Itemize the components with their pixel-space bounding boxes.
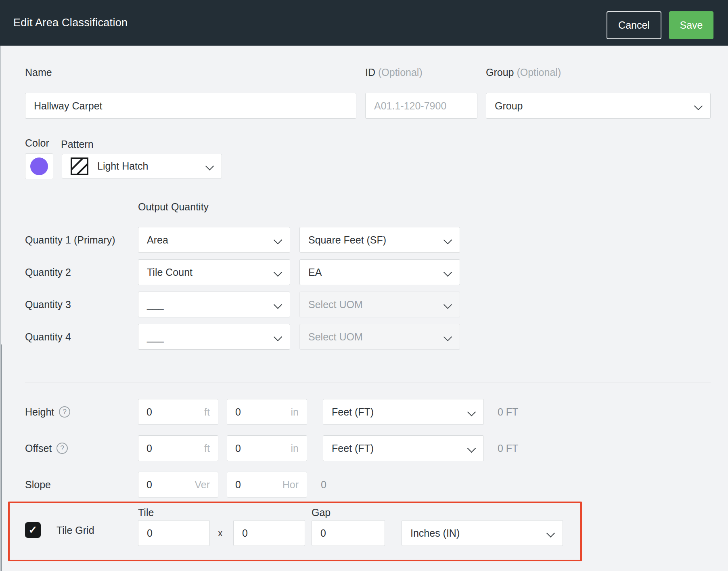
chevron-down-icon (547, 530, 554, 537)
chevron-down-icon (468, 445, 475, 452)
slope-ver-field[interactable]: Ver (138, 472, 218, 498)
pattern-label: Pattern (61, 139, 94, 150)
quantity-2-label: Quantity 2 (25, 259, 71, 285)
slope-ver-input[interactable] (146, 479, 191, 491)
group-optional-hint: (Optional) (517, 67, 561, 78)
light-hatch-icon (71, 157, 88, 175)
chevron-down-icon (274, 237, 281, 244)
dialog-header: Edit Area Classification Cancel Save (0, 0, 728, 46)
tile-height-input[interactable] (233, 520, 305, 546)
chevron-down-icon (206, 163, 213, 170)
pattern-select-value: Light Hatch (97, 160, 148, 172)
color-dot-icon (30, 157, 48, 175)
height-in-suffix: in (291, 406, 299, 418)
quantity-1-label: Quantity 1 (Primary) (25, 227, 115, 253)
gap-label: Gap (312, 507, 331, 519)
offset-label: Offset ? (25, 435, 68, 461)
gap-input[interactable] (312, 520, 385, 546)
quantity-2-type-select[interactable]: Tile Count (138, 259, 290, 285)
pattern-select[interactable]: Light Hatch (62, 154, 222, 178)
offset-unit-select[interactable]: Feet (FT) (323, 435, 484, 461)
id-input[interactable] (365, 93, 477, 119)
quantity-2-uom-select[interactable]: EA (299, 259, 460, 285)
id-label: ID (Optional) (365, 67, 423, 78)
color-swatch[interactable] (25, 153, 53, 179)
offset-computed-value: 0 FT (498, 443, 518, 454)
quantity-4-uom-select[interactable]: Select UOM (299, 324, 460, 350)
slope-hor-suffix: Hor (282, 479, 299, 491)
slope-hor-field[interactable]: Hor (227, 472, 307, 498)
cancel-button[interactable]: Cancel (607, 11, 661, 39)
page-title: Edit Area Classification (13, 17, 128, 29)
chevron-down-icon (444, 301, 451, 308)
page-left-edge-shadow (1, 344, 2, 571)
color-label: Color (25, 137, 49, 149)
chevron-down-icon (444, 237, 451, 244)
quantity-4-type-select[interactable]: ___ (138, 324, 290, 350)
offset-in-suffix: in (291, 443, 299, 454)
height-computed-value: 0 FT (498, 406, 518, 418)
offset-ft-input[interactable] (146, 443, 201, 454)
height-in-field[interactable]: in (227, 399, 307, 425)
height-ft-field[interactable]: ft (138, 399, 218, 425)
tile-times-separator: x (218, 528, 223, 539)
height-ft-input[interactable] (146, 406, 201, 418)
name-input[interactable] (25, 93, 356, 119)
chevron-down-icon (274, 334, 281, 340)
id-optional-hint: (Optional) (378, 67, 423, 78)
name-label: Name (25, 67, 52, 78)
slope-label: Slope (25, 472, 51, 498)
offset-in-field[interactable]: in (227, 435, 307, 461)
quantity-4-label: Quantity 4 (25, 324, 71, 350)
offset-in-input[interactable] (235, 443, 288, 454)
height-label: Height ? (25, 399, 70, 425)
group-label: Group (Optional) (486, 67, 561, 78)
chevron-down-icon (274, 301, 281, 308)
group-select-value: Group (495, 100, 523, 112)
height-in-input[interactable] (235, 406, 288, 418)
tile-grid-label: Tile Grid (56, 525, 94, 536)
height-ft-suffix: ft (204, 406, 210, 418)
output-quantity-label: Output Quantity (138, 201, 209, 213)
section-divider (25, 382, 711, 382)
offset-ft-suffix: ft (204, 443, 210, 454)
quantity-3-type-select[interactable]: ___ (138, 292, 290, 317)
slope-ver-suffix: Ver (195, 479, 210, 491)
edit-area-classification-dialog: Edit Area Classification Cancel Save Nam… (0, 0, 728, 571)
slope-computed-value: 0 (321, 479, 326, 491)
quantity-1-uom-select[interactable]: Square Feet (SF) (299, 227, 460, 253)
group-select[interactable]: Group (486, 93, 711, 119)
chevron-down-icon (444, 269, 451, 276)
quantity-3-uom-select[interactable]: Select UOM (299, 292, 460, 317)
offset-ft-field[interactable]: ft (138, 435, 218, 461)
quantity-3-label: Quantity 3 (25, 292, 71, 317)
header-actions: Cancel Save (607, 11, 713, 39)
help-icon[interactable]: ? (56, 443, 68, 454)
save-button[interactable]: Save (669, 11, 713, 39)
slope-hor-input[interactable] (235, 479, 279, 491)
tile-unit-select[interactable]: Inches (IN) (402, 520, 563, 546)
tile-label: Tile (138, 507, 154, 519)
tile-width-input[interactable] (138, 520, 210, 546)
chevron-down-icon (444, 334, 451, 340)
tile-grid-checkbox[interactable]: ✓ (25, 522, 41, 538)
chevron-down-icon (274, 269, 281, 276)
chevron-down-icon (695, 103, 702, 109)
chevron-down-icon (468, 409, 475, 416)
help-icon[interactable]: ? (59, 406, 70, 418)
height-unit-select[interactable]: Feet (FT) (323, 399, 484, 425)
quantity-1-type-select[interactable]: Area (138, 227, 290, 253)
